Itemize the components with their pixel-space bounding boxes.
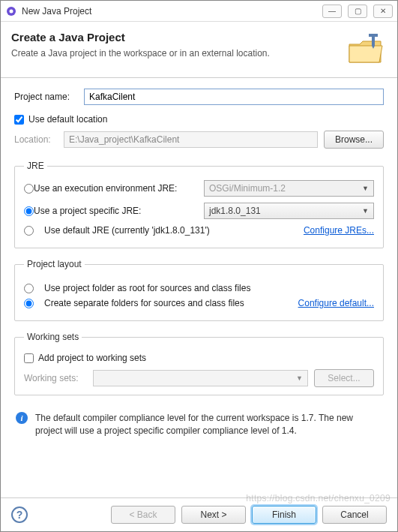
wizard-header: Create a Java Project Create a Java proj… bbox=[1, 22, 397, 78]
info-message: i The default compiler compliance level … bbox=[14, 406, 384, 443]
location-label: Location: bbox=[14, 134, 58, 145]
layout-root-label: Use project folder as root for sources a… bbox=[44, 283, 250, 293]
close-button[interactable]: ✕ bbox=[373, 5, 393, 18]
info-text: The default compiler compliance level fo… bbox=[35, 412, 382, 437]
layout-separate-label: Create separate folders for sources and … bbox=[44, 298, 244, 308]
add-working-sets-checkbox[interactable] bbox=[24, 353, 34, 363]
chevron-down-icon: ▼ bbox=[296, 374, 303, 382]
minimize-button[interactable]: — bbox=[322, 5, 342, 18]
titlebar: New Java Project — ▢ ✕ bbox=[1, 1, 397, 22]
working-sets-group: Working sets Add project to working sets… bbox=[14, 332, 384, 395]
project-layout-legend: Project layout bbox=[24, 259, 85, 269]
project-specific-radio[interactable] bbox=[24, 206, 34, 216]
use-default-location-checkbox[interactable] bbox=[14, 115, 24, 125]
exec-env-label: Use an execution environment JRE: bbox=[34, 183, 177, 194]
project-name-input[interactable] bbox=[84, 89, 384, 105]
window-title: New Java Project bbox=[22, 6, 322, 17]
maximize-button[interactable]: ▢ bbox=[348, 5, 367, 18]
wizard-content: Project name: Use default location Locat… bbox=[1, 78, 397, 497]
cancel-button[interactable]: Cancel bbox=[322, 506, 387, 524]
app-icon bbox=[5, 5, 17, 17]
working-sets-legend: Working sets bbox=[24, 332, 82, 342]
configure-default-link[interactable]: Configure default... bbox=[298, 298, 374, 308]
project-name-row: Project name: bbox=[14, 89, 384, 105]
jre-group: JRE Use an execution environment JRE: OS… bbox=[14, 161, 384, 248]
svg-point-1 bbox=[10, 9, 13, 13]
configure-jres-link[interactable]: Configure JREs... bbox=[304, 225, 374, 236]
working-sets-label: Working sets: bbox=[24, 373, 87, 383]
layout-separate-radio[interactable] bbox=[24, 299, 34, 308]
jre-legend: JRE bbox=[24, 161, 47, 171]
project-specific-value: jdk1.8.0_131 bbox=[209, 206, 261, 216]
exec-env-radio[interactable] bbox=[24, 184, 34, 194]
location-row: Location: Browse... bbox=[14, 131, 384, 149]
project-specific-label: Use a project specific JRE: bbox=[34, 206, 141, 216]
help-icon[interactable]: ? bbox=[11, 506, 28, 523]
select-working-sets-button: Select... bbox=[314, 369, 374, 387]
use-default-location-label: Use default location bbox=[28, 114, 107, 125]
next-button[interactable]: Next > bbox=[181, 506, 246, 524]
finish-button[interactable]: Finish bbox=[252, 506, 316, 524]
project-layout-group: Project layout Use project folder as roo… bbox=[14, 259, 384, 321]
info-icon: i bbox=[16, 412, 28, 424]
chevron-down-icon: ▼ bbox=[362, 185, 369, 192]
folder-wizard-icon bbox=[345, 31, 387, 67]
chevron-down-icon: ▼ bbox=[362, 207, 369, 215]
default-jre-label: Use default JRE (currently 'jdk1.8.0_131… bbox=[44, 225, 210, 236]
use-default-location-row: Use default location bbox=[14, 114, 384, 125]
wizard-footer: ? < Back Next > Finish Cancel bbox=[1, 497, 397, 531]
page-title: Create a Java Project bbox=[11, 31, 345, 44]
exec-env-value: OSGi/Minimum-1.2 bbox=[209, 183, 286, 194]
layout-root-radio[interactable] bbox=[24, 284, 34, 293]
svg-rect-3 bbox=[369, 34, 378, 37]
default-jre-radio[interactable] bbox=[24, 226, 34, 236]
back-button: < Back bbox=[111, 506, 175, 524]
project-specific-combo[interactable]: jdk1.8.0_131 ▼ bbox=[204, 203, 374, 219]
browse-button[interactable]: Browse... bbox=[324, 131, 384, 149]
page-description: Create a Java project in the workspace o… bbox=[11, 48, 345, 59]
working-sets-combo: ▼ bbox=[93, 370, 308, 386]
window-controls: — ▢ ✕ bbox=[322, 5, 393, 18]
dialog-window: New Java Project — ▢ ✕ Create a Java Pro… bbox=[0, 0, 398, 532]
location-input bbox=[64, 131, 318, 148]
exec-env-combo: OSGi/Minimum-1.2 ▼ bbox=[204, 180, 374, 197]
project-name-label: Project name: bbox=[14, 92, 78, 102]
add-working-sets-label: Add project to working sets bbox=[38, 353, 146, 363]
